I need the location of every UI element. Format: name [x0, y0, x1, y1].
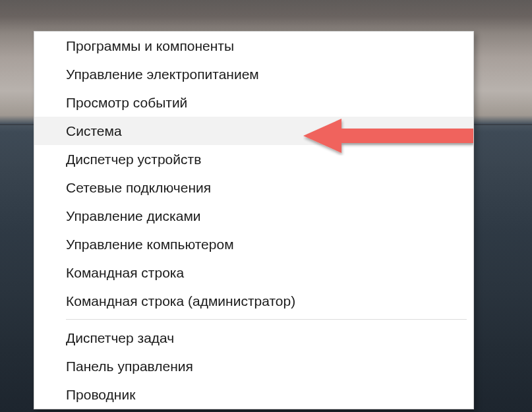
menu-item-power-options[interactable]: Управление электропитанием	[34, 60, 473, 88]
menu-item-label: Программы и компоненты	[66, 38, 234, 53]
menu-item-computer-management[interactable]: Управление компьютером	[34, 230, 473, 258]
menu-item-label: Диспетчер устройств	[66, 152, 201, 167]
menu-item-command-prompt[interactable]: Командная строка	[34, 258, 473, 287]
menu-item-label: Командная строка	[66, 265, 184, 280]
menu-item-disk-management[interactable]: Управление дисками	[34, 202, 473, 230]
menu-item-explorer[interactable]: Проводник	[34, 380, 473, 409]
menu-item-label: Сетевые подключения	[66, 180, 211, 195]
winx-context-menu: Программы и компоненты Управление электр…	[34, 31, 474, 409]
menu-item-label: Управление электропитанием	[66, 67, 259, 82]
menu-item-label: Командная строка (администратор)	[66, 293, 295, 309]
menu-item-programs-features[interactable]: Программы и компоненты	[34, 32, 473, 60]
menu-item-control-panel[interactable]: Панель управления	[34, 352, 473, 380]
menu-item-label: Просмотр событий	[66, 95, 187, 110]
menu-item-label: Диспетчер задач	[66, 330, 174, 345]
menu-item-label: Проводник	[66, 387, 135, 402]
menu-item-label: Управление дисками	[66, 208, 201, 223]
menu-item-device-manager[interactable]: Диспетчер устройств	[34, 145, 473, 173]
menu-item-label: Система	[66, 123, 122, 138]
menu-item-label: Управление компьютером	[66, 237, 234, 252]
menu-item-system[interactable]: Система	[34, 117, 473, 145]
menu-item-event-viewer[interactable]: Просмотр событий	[34, 88, 473, 117]
menu-item-label: Панель управления	[66, 359, 193, 374]
menu-item-network-connections[interactable]: Сетевые подключения	[34, 173, 473, 202]
menu-item-command-prompt-admin[interactable]: Командная строка (администратор)	[34, 287, 473, 315]
menu-separator	[66, 319, 467, 320]
menu-item-task-manager[interactable]: Диспетчер задач	[34, 324, 473, 352]
